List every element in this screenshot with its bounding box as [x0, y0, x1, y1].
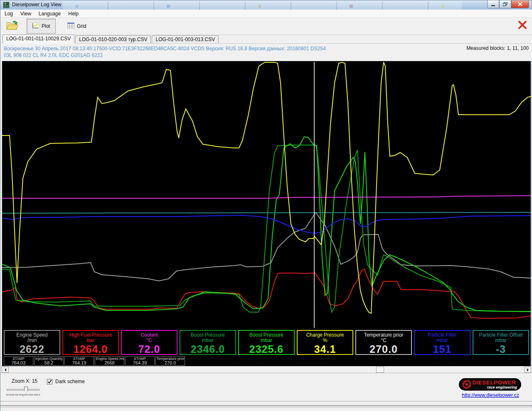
close-log-button[interactable] — [517, 20, 528, 31]
legend-name: Engine Speed — [5, 332, 59, 338]
grid-view-button[interactable]: Grid — [62, 19, 91, 34]
slider-tick — [30, 394, 30, 396]
mini-legend-box-0[interactable]: STAMP764.03 — [4, 356, 33, 366]
zoom-slider-thumb[interactable] — [24, 386, 28, 393]
legend-value: -3 — [473, 343, 528, 355]
mini-legend-value: 2668 — [95, 361, 124, 365]
slider-tick — [27, 394, 27, 396]
scrollbar-thumb[interactable] — [376, 367, 384, 373]
series-boost-pressure — [2, 145, 531, 312]
legend-box-5[interactable]: Charge Pressure%34.1 — [297, 330, 353, 355]
menu-log[interactable]: Log — [1, 10, 17, 17]
triangle-left-icon — [3, 368, 6, 372]
plot-button-label: Plot — [42, 23, 50, 29]
legend-name: Charge Pressure — [298, 332, 352, 338]
mini-legend-box-3[interactable]: Engine Speed /min2668 — [95, 356, 124, 366]
legend-value: 2622 — [5, 343, 59, 355]
legend-box-0[interactable]: Engine Speed/min2622 — [4, 330, 60, 355]
mini-legend-box-4[interactable]: STAMP764.39 — [125, 356, 155, 366]
mini-legend-value: 270.0 — [156, 361, 185, 365]
legend-value: 151 — [415, 343, 470, 355]
slider-tick — [39, 394, 40, 396]
minimize-button[interactable] — [487, 0, 499, 8]
legend-box-1[interactable]: High Fuel Pressurebar1264.0 — [62, 330, 119, 355]
dark-scheme-checkbox[interactable]: Dark scheme — [47, 379, 85, 384]
slider-tick — [10, 394, 10, 396]
legend-value: 72.0 — [122, 343, 177, 355]
plot-region: Engine Speed/min2622High Fuel Pressureba… — [2, 61, 531, 366]
slider-tick — [11, 394, 11, 396]
log-info-line1: Воскресенье 30 Апрель 2017 08:13:45:1750… — [4, 45, 326, 52]
open-log-button[interactable] — [4, 19, 20, 33]
mini-legend-name: Engine Speed /min — [96, 357, 123, 361]
slider-tick — [15, 394, 15, 396]
scroll-left-button[interactable] — [2, 367, 9, 373]
legend-box-7[interactable]: Particle Filtermbar151 — [414, 330, 470, 355]
file-tab-strip: LOG-01-001-011-10029.CSVLOG-01-010-020-0… — [1, 35, 532, 44]
series-charge-pressure — [2, 62, 531, 313]
slider-tick — [37, 394, 37, 396]
grid-button-label: Grid — [77, 23, 86, 29]
plot-view-button[interactable]: Plot — [27, 19, 56, 34]
slider-tick — [23, 394, 23, 396]
app-window: Dieselpower Log View LogViewLanguageHelp — [0, 0, 532, 411]
legend-name: Particle Filter — [415, 332, 470, 338]
slider-tick — [20, 394, 21, 396]
zoom-x-slider[interactable] — [7, 386, 40, 393]
legend-unit: mbar — [239, 338, 294, 343]
mini-legend-value: 764.03 — [4, 361, 33, 365]
menu-help[interactable]: Help — [64, 10, 82, 17]
close-button[interactable] — [511, 0, 529, 8]
scroll-right-button[interactable] — [524, 367, 531, 373]
file-tab-1[interactable]: LOG-01-010-020-003 тур.CSV — [75, 35, 151, 43]
legend-box-4[interactable]: Boost Pressurembar2325.6 — [238, 330, 295, 355]
title-bar[interactable]: Dieselpower Log View — [0, 0, 532, 10]
legend-unit: % — [298, 338, 352, 343]
red-x-icon — [518, 20, 527, 31]
horizontal-scrollbar[interactable] — [1, 366, 532, 373]
dieselpower-link[interactable]: http://www.dieselpower.cz — [462, 392, 519, 398]
series-particle-filter-offset — [2, 212, 531, 213]
dark-scheme-label: Dark scheme — [55, 379, 85, 384]
app-icon — [3, 2, 10, 8]
menu-view[interactable]: View — [17, 10, 35, 17]
plot-svg[interactable] — [2, 62, 531, 328]
legend-name: Coolant — [122, 332, 177, 338]
legend-box-6[interactable]: Temperature prior°C270.0 — [355, 330, 412, 355]
check-icon — [47, 379, 52, 384]
mini-legend-box-5[interactable]: Temperature prior ...270.0 — [155, 356, 185, 366]
menu-language[interactable]: Language — [35, 10, 64, 17]
log-info-bar: Воскресенье 30 Апрель 2017 08:13:45:1750… — [1, 44, 532, 61]
legend-box-8[interactable]: Particle Filter Offsetmbar-3 — [473, 330, 529, 355]
legend-box-3[interactable]: Boost Pressurembar2346.0 — [180, 330, 236, 355]
toolbar: Plot Grid — [1, 18, 532, 35]
menu-bar: LogViewLanguageHelp — [1, 10, 532, 18]
file-tab-0[interactable]: LOG-01-001-011-10029.CSV — [2, 34, 74, 43]
mini-legend-box-1[interactable]: Injection Quantity ...58.2 — [34, 356, 64, 366]
window-controls — [487, 0, 529, 8]
series-engine-speed — [2, 212, 531, 281]
legend-unit: °C — [122, 338, 177, 343]
mini-legend-value: 58.2 — [34, 361, 63, 365]
mini-legend-name: Injection Quantity ... — [35, 357, 63, 361]
legend-name: Temperature prior — [356, 332, 411, 338]
slider-tick — [26, 394, 26, 396]
mini-legend-value: 764.19 — [65, 361, 94, 365]
legend-unit: mbar — [473, 338, 528, 343]
checkbox-box[interactable] — [47, 379, 52, 384]
file-tab-2[interactable]: LOG-01-001-003-013.CSV — [152, 35, 219, 43]
slider-tick — [17, 394, 18, 396]
slider-tick — [16, 394, 17, 396]
turbo-icon — [462, 380, 471, 389]
legend-row: Engine Speed/min2622High Fuel Pressureba… — [4, 330, 529, 355]
legend-unit: bar — [63, 338, 118, 343]
legend-unit: °C — [356, 338, 411, 343]
series-boost-pressure-2 — [2, 137, 531, 312]
footer-panel: Zoom X: 15 Dark scheme DIESELPOWER — [1, 373, 532, 401]
legend-box-2[interactable]: Coolant°C72.0 — [121, 330, 177, 355]
measured-blocks-label: Measured blocks: 1, 11, 100 — [466, 45, 529, 51]
mini-legend-box-2[interactable]: STAMP764.19 — [64, 356, 94, 366]
restore-button[interactable] — [499, 0, 511, 8]
mini-legend-name: STAMP — [66, 357, 93, 361]
dieselpower-logo: DIESELPOWER race engineering — [459, 378, 521, 391]
